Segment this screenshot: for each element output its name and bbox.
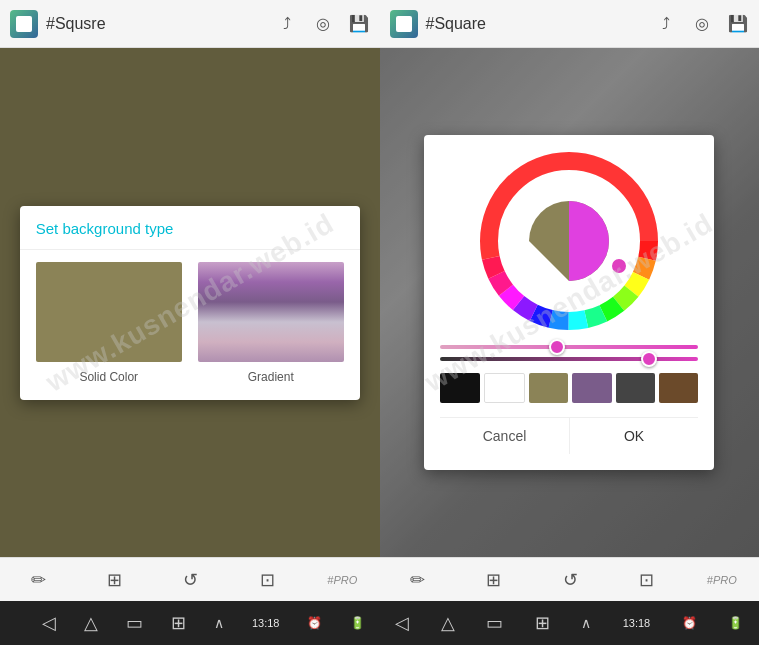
solid-color-label: Solid Color bbox=[79, 370, 138, 384]
slider-row-2 bbox=[440, 357, 698, 361]
right-nav-bar: ◁ △ ▭ ⊞ ∧ 13:18 ⏰ 🔋 bbox=[380, 601, 760, 645]
slider-row-1 bbox=[440, 345, 698, 349]
color-wheel-svg[interactable] bbox=[479, 151, 659, 331]
left-recents-button[interactable]: ▭ bbox=[126, 612, 143, 634]
right-crop-tool-button[interactable]: ⊡ bbox=[631, 564, 663, 596]
swatch-olive[interactable] bbox=[529, 373, 568, 403]
right-content-area: Cancel OK www.kusnendar.web.id bbox=[380, 48, 760, 557]
rotate-tool-button[interactable]: ↺ bbox=[175, 564, 207, 596]
left-app-icon bbox=[10, 10, 38, 38]
swatch-brown[interactable] bbox=[659, 373, 698, 403]
right-app-title: #Square bbox=[426, 15, 648, 33]
app-icon-inner bbox=[16, 16, 32, 32]
dialog-title: Set background type bbox=[20, 206, 360, 250]
right-bottom-toolbar: ✏ ⊞ ↺ ⊡ #PRO bbox=[380, 557, 760, 601]
left-dialog-overlay: Set background type Solid Color Gradient bbox=[0, 48, 380, 557]
set-background-type-dialog: Set background type Solid Color Gradient bbox=[20, 206, 360, 400]
gradient-swatch[interactable] bbox=[198, 262, 344, 362]
left-nav-bar: ◁ △ ▭ ⊞ ∧ 13:18 ⏰ 🔋 bbox=[0, 601, 380, 645]
right-save-icon[interactable]: 💾 bbox=[727, 13, 749, 35]
gradient-option[interactable]: Gradient bbox=[198, 262, 344, 384]
dialog-buttons: Cancel OK bbox=[440, 417, 698, 454]
left-phone: #Squsre ⤴ ◎ 💾 Set background type Solid … bbox=[0, 0, 380, 645]
solid-color-option[interactable]: Solid Color bbox=[36, 262, 182, 384]
right-layers-tool-button[interactable]: ⊞ bbox=[478, 564, 510, 596]
svg-point-15 bbox=[611, 258, 627, 274]
crop-tool-button[interactable]: ⊡ bbox=[251, 564, 283, 596]
right-rotate-tool-button[interactable]: ↺ bbox=[554, 564, 586, 596]
pro-badge-left: #PRO bbox=[327, 574, 357, 586]
instagram-icon[interactable]: ◎ bbox=[312, 13, 334, 35]
slider-thumb-2[interactable] bbox=[641, 351, 657, 367]
swatch-black[interactable] bbox=[440, 373, 479, 403]
swatches-row bbox=[440, 373, 698, 403]
left-status-time: 13:18 bbox=[252, 617, 280, 629]
sliders-section bbox=[440, 345, 698, 361]
color-picker-dialog: Cancel OK bbox=[424, 135, 714, 470]
slider-thumb-1[interactable] bbox=[549, 339, 565, 355]
right-chevron-button[interactable]: ∧ bbox=[581, 615, 591, 631]
right-alarm-icon: ⏰ bbox=[682, 616, 697, 630]
swatch-purple[interactable] bbox=[572, 373, 611, 403]
pencil-tool-button[interactable]: ✏ bbox=[22, 564, 54, 596]
right-app-icon-inner bbox=[396, 16, 412, 32]
ok-button[interactable]: OK bbox=[570, 418, 699, 454]
left-chevron-button[interactable]: ∧ bbox=[214, 615, 224, 631]
share-icon[interactable]: ⤴ bbox=[276, 13, 298, 35]
right-top-icons: ⤴ ◎ 💾 bbox=[655, 13, 749, 35]
gradient-label: Gradient bbox=[248, 370, 294, 384]
right-instagram-icon[interactable]: ◎ bbox=[691, 13, 713, 35]
right-phone: #Square ⤴ ◎ 💾 bbox=[380, 0, 760, 645]
swatch-white[interactable] bbox=[484, 373, 525, 403]
slider-track-2 bbox=[440, 357, 698, 361]
left-back-button[interactable]: ◁ bbox=[42, 612, 56, 634]
save-icon[interactable]: 💾 bbox=[348, 13, 370, 35]
right-battery-icon: 🔋 bbox=[728, 616, 743, 630]
right-grid-button[interactable]: ⊞ bbox=[535, 612, 550, 634]
right-back-button[interactable]: ◁ bbox=[395, 612, 409, 634]
left-app-title: #Squsre bbox=[46, 15, 268, 33]
pro-badge-right: #PRO bbox=[707, 574, 737, 586]
left-top-bar: #Squsre ⤴ ◎ 💾 bbox=[0, 0, 380, 48]
right-pencil-tool-button[interactable]: ✏ bbox=[402, 564, 434, 596]
left-home-button[interactable]: △ bbox=[84, 612, 98, 634]
dialog-options: Solid Color Gradient bbox=[20, 250, 360, 400]
left-bottom-toolbar: ✏ ⊞ ↺ ⊡ #PRO bbox=[0, 557, 380, 601]
right-home-button[interactable]: △ bbox=[441, 612, 455, 634]
right-top-bar: #Square ⤴ ◎ 💾 bbox=[380, 0, 760, 48]
left-battery-icon: 🔋 bbox=[350, 616, 365, 630]
solid-color-swatch[interactable] bbox=[36, 262, 182, 362]
right-app-icon bbox=[390, 10, 418, 38]
slider-track-1 bbox=[440, 345, 698, 349]
swatch-dark-gray[interactable] bbox=[616, 373, 655, 403]
right-dialog-overlay: Cancel OK bbox=[380, 48, 760, 557]
right-share-icon[interactable]: ⤴ bbox=[655, 13, 677, 35]
left-alarm-icon: ⏰ bbox=[307, 616, 322, 630]
left-content-area: Set background type Solid Color Gradient… bbox=[0, 48, 380, 557]
layers-tool-button[interactable]: ⊞ bbox=[98, 564, 130, 596]
right-status-time: 13:18 bbox=[623, 617, 651, 629]
cancel-button[interactable]: Cancel bbox=[440, 418, 570, 454]
right-recents-button[interactable]: ▭ bbox=[486, 612, 503, 634]
color-wheel-container bbox=[440, 151, 698, 331]
left-top-icons: ⤴ ◎ 💾 bbox=[276, 13, 370, 35]
left-grid-button[interactable]: ⊞ bbox=[171, 612, 186, 634]
